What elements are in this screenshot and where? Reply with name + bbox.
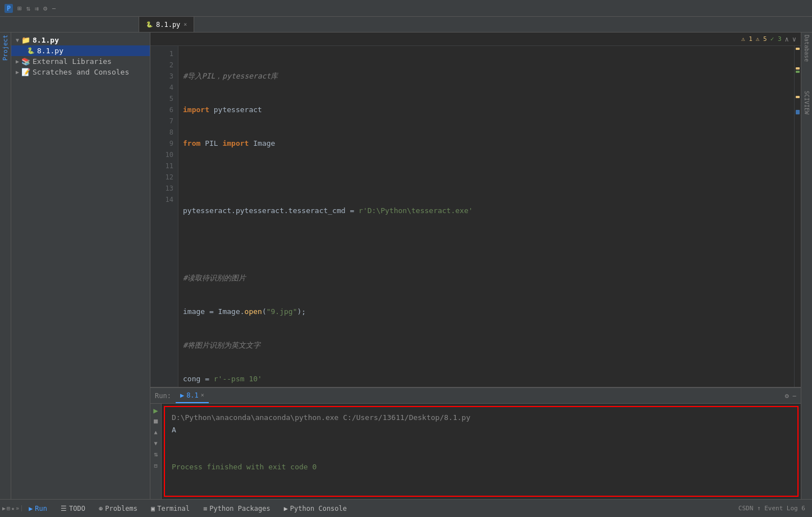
code-line-6 xyxy=(183,239,790,250)
project-panel-label[interactable]: Project xyxy=(2,35,9,61)
tree-file-8.1.py[interactable]: 🐍 8.1.py xyxy=(11,45,150,56)
run-tab-icon: ▶ xyxy=(180,391,184,399)
py-file-icon: 🐍 xyxy=(27,47,35,54)
scratches-label: Scratches and Consoles xyxy=(33,68,129,76)
run-success-msg: Process finished with exit code 0 xyxy=(172,461,791,473)
ext-lib-icon: 📚 xyxy=(21,57,30,66)
bottom-strip-icon3[interactable]: ★ xyxy=(11,505,15,511)
run-output-a: A xyxy=(172,424,791,436)
todo-tab-label: TODO xyxy=(69,505,85,513)
ext-lib-label: External Libraries xyxy=(33,57,112,66)
bottom-tab-problems[interactable]: ⊕ Problems xyxy=(92,500,144,517)
run-tab-close[interactable]: × xyxy=(201,392,204,398)
tree-root-project[interactable]: ▼ 📁 8.1.py xyxy=(11,35,150,45)
run-header: Run: ▶ 8.1 × ⚙ − xyxy=(150,388,801,404)
toolbar-icons: P ⊞ ⇅ ⇉ ⚙ − xyxy=(4,4,56,13)
project-sidebar: ▼ 📁 8.1.py 🐍 8.1.py ▶ 📚 External Librari… xyxy=(11,33,150,499)
code-line-9: #将图片识别为英文文字 xyxy=(183,340,790,351)
tree-arrow-ext: ▶ xyxy=(16,58,19,64)
python-packages-tab-label: Python Packages xyxy=(209,505,270,513)
sciview-panel-label[interactable]: SCIVIEW xyxy=(804,91,810,114)
line-numbers: 12345 678910 11121314 xyxy=(150,46,178,387)
tree-scratches[interactable]: ▶ 📝 Scratches and Consoles xyxy=(11,67,150,77)
run-scroll-up-btn[interactable]: ▲ xyxy=(152,427,160,436)
run-label: Run: xyxy=(155,392,171,400)
python-console-tab-label: Python Console xyxy=(290,505,347,513)
gutter-warn-1 xyxy=(796,48,800,50)
nav-up-icon[interactable]: ∧ xyxy=(785,35,789,43)
bottom-strip-icon1[interactable]: ▶ xyxy=(2,505,6,511)
run-scroll-down-btn[interactable]: ▼ xyxy=(152,438,160,447)
tab-filename: 8.1.py xyxy=(156,21,180,29)
file-tab-8.1.py[interactable]: 🐍 8.1.py × xyxy=(139,17,194,32)
sort-asc-icon[interactable]: ⇅ xyxy=(26,4,30,12)
terminal-tab-icon: ▣ xyxy=(151,505,155,513)
run-minus-icon[interactable]: − xyxy=(792,392,796,400)
problems-tab-label: Problems xyxy=(105,505,137,513)
left-panel-strip: Project xyxy=(0,33,11,499)
code-line-4 xyxy=(183,172,790,183)
run-wrap-btn[interactable]: ⊟ xyxy=(152,461,160,470)
run-play-btn[interactable]: ▶ xyxy=(153,406,158,415)
run-tab-label: Run xyxy=(35,505,47,513)
tree-arrow-root: ▼ xyxy=(16,37,19,43)
bottom-tab-todo[interactable]: ☰ TODO xyxy=(54,500,92,517)
code-content[interactable]: #导入PIL，pytesseract库 import pytesseract f… xyxy=(178,46,794,387)
gutter-ok xyxy=(796,71,800,73)
nav-down-icon[interactable]: ∨ xyxy=(792,35,796,43)
bottom-tab-python-packages[interactable]: ≡ Python Packages xyxy=(196,500,277,517)
tab-close-btn[interactable]: × xyxy=(183,21,187,27)
warning-bar: ⚠ 1 ⚠ 5 ✓ 3 ∧ ∨ xyxy=(150,33,801,46)
run-body: ▶ ■ ▲ ▼ ⇅ ⊟ D:\Python\anaconda\anaconda\… xyxy=(150,404,801,499)
run-filter-btn[interactable]: ⇅ xyxy=(152,450,160,459)
ok-badge-3[interactable]: ✓ 3 xyxy=(770,35,782,43)
gutter-warn-2 xyxy=(796,67,800,70)
gutter-warn-3 xyxy=(796,96,800,98)
bottom-tab-terminal[interactable]: ▣ Terminal xyxy=(144,500,196,517)
database-panel-label[interactable]: Database xyxy=(804,35,810,62)
grid-icon[interactable]: ⊞ xyxy=(17,4,21,12)
problems-tab-icon: ⊕ xyxy=(99,505,103,513)
minimize-icon[interactable]: − xyxy=(52,4,56,12)
bottom-left-strip: ▶ ⊞ ★ » xyxy=(0,505,22,511)
run-output-blank1 xyxy=(172,436,791,449)
run-tab-name: 8.1 xyxy=(186,391,199,399)
tab-file-icon: 🐍 xyxy=(146,21,153,27)
run-action-strip: ▶ ■ ▲ ▼ ⇅ ⊟ xyxy=(150,404,162,499)
folder-icon: 📁 xyxy=(21,36,30,44)
bottom-tab-python-console[interactable]: ▶ Python Console xyxy=(277,500,354,517)
run-output-content: D:\Python\anaconda\anaconda\python.exe C… xyxy=(164,406,799,497)
filter-icon[interactable]: ⇉ xyxy=(35,4,39,12)
run-tab-icon-bottom: ▶ xyxy=(29,505,33,513)
code-line-10: cong = r'--psm 10' xyxy=(183,373,790,385)
code-editor[interactable]: 12345 678910 11121314 #导入PIL，pytesseract… xyxy=(150,46,801,387)
run-panel: Run: ▶ 8.1 × ⚙ − ▶ ■ xyxy=(150,387,801,499)
python-packages-tab-icon: ≡ xyxy=(203,505,207,513)
file-label: 8.1.py xyxy=(37,47,63,55)
bottom-tab-run[interactable]: ▶ Run xyxy=(22,500,54,517)
code-line-3: from PIL import Image xyxy=(183,138,790,149)
run-stop-btn[interactable]: ■ xyxy=(154,417,158,425)
bottom-strip-icon2[interactable]: ⊞ xyxy=(7,505,10,511)
tree-ext-libraries[interactable]: ▶ 📚 External Libraries xyxy=(11,56,150,67)
settings-icon[interactable]: ⚙ xyxy=(43,4,47,12)
run-tab-8.1[interactable]: ▶ 8.1 × xyxy=(176,388,209,403)
top-toolbar: P ⊞ ⇅ ⇉ ⚙ − xyxy=(0,0,812,17)
root-label: 8.1.py xyxy=(33,36,59,44)
bottom-strip-expand[interactable]: » xyxy=(16,505,19,511)
code-line-2: import pytesseract xyxy=(183,104,790,116)
project-icon: P xyxy=(4,4,13,13)
code-line-1: #导入PIL，pytesseract库 xyxy=(183,71,790,82)
tree-arrow-scratch: ▶ xyxy=(16,69,19,75)
run-header-icons: ⚙ − xyxy=(785,392,796,400)
terminal-tab-label: Terminal xyxy=(157,505,190,513)
warning-badge-1[interactable]: ⚠ 1 xyxy=(741,35,753,43)
gutter-line-11 xyxy=(796,110,800,114)
scratch-icon: 📝 xyxy=(21,68,30,76)
code-line-5: pytesseract.pytesseract.tesseract_cmd = … xyxy=(183,205,790,216)
run-gear-icon[interactable]: ⚙ xyxy=(785,392,789,400)
run-output-blank2 xyxy=(172,449,791,461)
warning-badge-5[interactable]: ⚠ 5 xyxy=(756,35,767,43)
todo-tab-icon: ☰ xyxy=(61,505,67,513)
run-cmd-line: D:\Python\anaconda\anaconda\python.exe C… xyxy=(172,412,791,424)
